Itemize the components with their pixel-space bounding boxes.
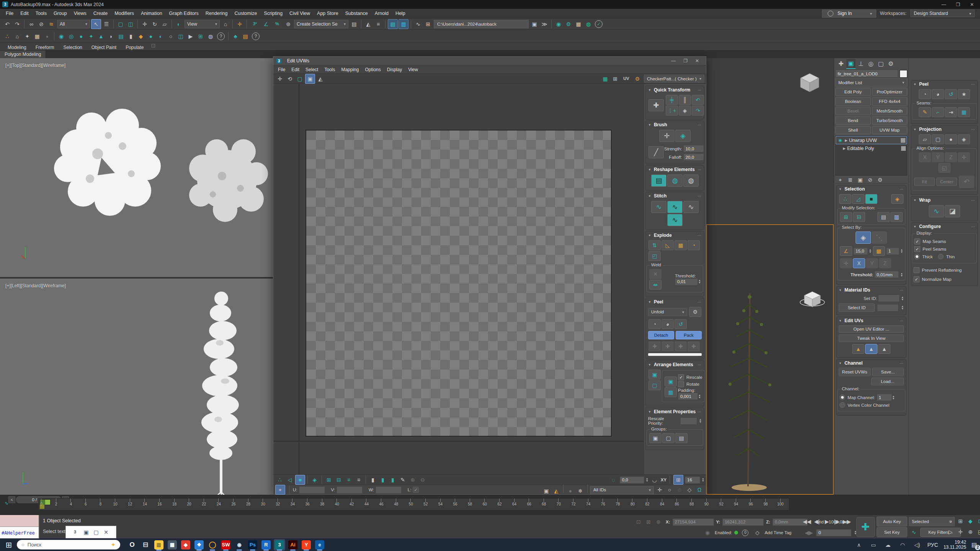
app-orange-ring-icon[interactable]: ◯ — [207, 539, 218, 551]
vp-top-label-+[interactable]: [+] — [5, 63, 11, 68]
pack-region-icon[interactable]: ▢ — [648, 380, 661, 390]
grid-size-field[interactable]: 16 — [685, 476, 700, 484]
peel2-icon[interactable]: ◕ — [932, 89, 944, 99]
peel-reset2-icon[interactable]: ↺ — [945, 89, 957, 99]
absolute-mode-icon[interactable]: ⌖ — [275, 485, 285, 495]
menu-help[interactable]: Help — [392, 9, 409, 18]
volume-icon[interactable]: ◁) — [913, 540, 922, 549]
auto-key-button[interactable]: Auto Key — [877, 517, 907, 527]
stitch-custom-icon[interactable]: ∿ — [651, 201, 666, 213]
detach-button[interactable]: Detach — [648, 331, 674, 339]
menu-civil-view[interactable]: Civil View — [286, 9, 314, 18]
baseobject-badge[interactable] — [901, 146, 906, 151]
illustrator-icon[interactable]: Ai — [287, 539, 299, 551]
w-field[interactable] — [376, 486, 402, 494]
rollout-reshape-header[interactable]: Reshape Elements⋯ — [646, 166, 704, 173]
pack-normalize-icon[interactable]: ▣ — [648, 370, 661, 380]
rotate-checkbox[interactable] — [678, 381, 684, 387]
rendered-frame-icon[interactable]: ▦ — [574, 20, 583, 29]
soft-selection-falloff-icon[interactable]: ◡ — [650, 475, 659, 484]
sun-icon[interactable]: ✦ — [87, 32, 96, 41]
scale-icon[interactable]: ▱ — [160, 20, 169, 29]
padding-field[interactable]: 0,001 — [678, 393, 698, 400]
fit-button[interactable]: Fit — [914, 178, 935, 186]
palette-icon[interactable]: ◐ — [156, 32, 165, 41]
rescale-checkbox[interactable] — [678, 374, 684, 380]
cache-shield-icon[interactable]: ◉ — [703, 528, 712, 537]
prev-frame-button[interactable]: < — [8, 496, 15, 503]
prevent-reflattening-checkbox[interactable] — [913, 267, 920, 273]
named-selection-icon[interactable]: ▤ — [350, 20, 359, 29]
cylindrical-map-icon[interactable]: ▢ — [932, 134, 944, 144]
rotate-icon[interactable]: ⟲ — [285, 74, 294, 83]
menu-arnold[interactable]: Arnold — [371, 9, 392, 18]
relax-brush-icon[interactable]: ◈ — [675, 130, 691, 142]
snap-uv-icon[interactable]: ▣ — [305, 74, 315, 84]
time-tag-icon[interactable]: ◇ — [753, 528, 762, 537]
min-max-toggle-icon[interactable]: ⌂ — [13, 32, 22, 41]
quick-peel-icon[interactable]: ◔ — [648, 319, 661, 329]
shell-button[interactable]: Shell — [835, 126, 871, 134]
group-ungroup-icon[interactable]: ▢ — [662, 433, 675, 443]
pin-move-icon[interactable]: ✚ — [648, 341, 661, 351]
padding-spinner[interactable] — [698, 394, 701, 399]
move-selected-icon[interactable]: ✚ — [648, 99, 664, 111]
list-icon[interactable]: ▤ — [116, 32, 126, 41]
lock-aspect-checkbox[interactable] — [413, 487, 419, 493]
opera-icon[interactable]: O — [126, 539, 138, 551]
isolate-selection-icon[interactable]: ⊡ — [634, 517, 643, 527]
pan-icon[interactable]: ✛ — [956, 527, 965, 536]
grid-select-field[interactable]: 1 — [886, 248, 899, 255]
vp-left-label-+[interactable]: [+] — [5, 283, 11, 289]
cast-icon[interactable]: ▭ — [869, 540, 878, 549]
y-coordinate-field[interactable]: 16241,312 — [722, 518, 764, 526]
box-map-icon[interactable]: ◈ — [958, 134, 970, 144]
window-restore-icon[interactable]: ❐ — [956, 2, 960, 7]
forest-tool-icon[interactable]: ♣ — [231, 32, 240, 41]
paint-select-icon[interactable]: ◐ — [174, 20, 183, 29]
zoom-uv-icon[interactable]: ○ — [665, 485, 674, 494]
dialog-close-icon[interactable]: ✕ — [695, 58, 699, 64]
ribbon-more-icon[interactable]: ⊡ — [149, 41, 158, 50]
ribbon-tab-modeling[interactable]: Modeling — [3, 44, 31, 51]
menu-app-store[interactable]: App Store — [314, 9, 342, 18]
peel-gear-icon[interactable]: ⚙ — [689, 307, 701, 317]
prev-frame-icon[interactable]: ◀| — [812, 517, 822, 526]
divide-icon[interactable]: ▫ — [42, 32, 52, 41]
workspace-dropdown[interactable]: Design Standard▾ — [910, 10, 975, 17]
uv-menu-mapping[interactable]: Mapping — [338, 66, 362, 73]
grid-toggle-icon[interactable]: ⊞ — [611, 74, 620, 83]
named-selection-dropdown[interactable]: Create Selection Se▾ — [294, 20, 348, 28]
normalize-map-checkbox[interactable] — [913, 276, 920, 282]
select-by-name-icon[interactable]: ☰ — [102, 20, 111, 29]
weld-threshold-field[interactable]: 0,01 — [675, 278, 698, 285]
paint-select-uv-icon[interactable]: ✎ — [398, 475, 407, 484]
filter-faces-icon[interactable]: ◭ — [552, 486, 561, 496]
ribbon-subtab-polygon-modeling[interactable]: Polygon Modeling — [0, 51, 46, 58]
rollout-peel-2-header[interactable]: Peel⋯ — [911, 80, 978, 88]
select-id-spinner[interactable] — [901, 305, 904, 310]
listener-script-line[interactable]: #AHelperFree — [0, 527, 39, 539]
rollout-wrap-header[interactable]: Wrap⋯ — [911, 196, 978, 204]
viewport-perspective-active[interactable] — [706, 224, 834, 495]
axis-free-icon[interactable]: ✛ — [840, 258, 852, 268]
viewport-left[interactable]: [+][Left][Standard][Wireframe] — [0, 279, 273, 495]
select-id-button[interactable]: Select ID — [839, 303, 875, 312]
pin-stack-icon[interactable]: ⌖ — [836, 175, 845, 184]
group-create-icon[interactable]: ▣ — [649, 433, 662, 443]
tray-chevron-icon[interactable]: ∧ — [854, 540, 864, 549]
monitor-split-icon[interactable]: ◫ — [176, 32, 185, 41]
leather-icon[interactable]: ★ — [958, 89, 970, 99]
render-setup-icon[interactable]: ⚙ — [564, 20, 573, 29]
close-mini-icon[interactable]: ✕ — [101, 528, 111, 537]
copilot-icon[interactable]: ✦ — [111, 541, 116, 548]
schematic-view-icon[interactable]: ⊞ — [423, 20, 433, 29]
language-indicator[interactable]: РУС — [928, 542, 938, 548]
ahelper-mini-window[interactable]: 3▣▢✕ — [65, 526, 116, 538]
spinner-snap-icon[interactable]: ⊚ — [284, 20, 293, 29]
select-by-normals-icon[interactable]: ◈ — [856, 231, 871, 244]
selection-threshold-field[interactable]: 0,01mm — [874, 271, 899, 278]
x-coordinate-field[interactable]: 27154,934 — [673, 518, 714, 526]
modifier-enable-badge[interactable] — [901, 138, 905, 143]
y-axis-icon[interactable]: Y — [866, 258, 878, 268]
